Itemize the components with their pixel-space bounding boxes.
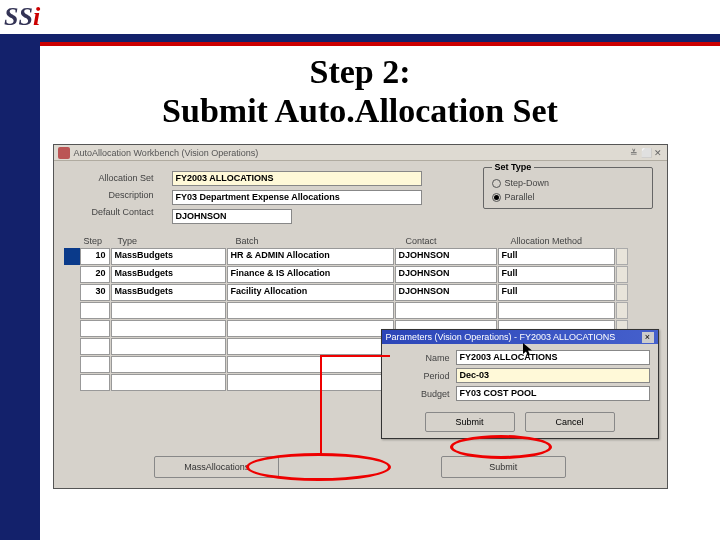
cell-type[interactable]: MassBudgets: [111, 284, 226, 301]
scrollbar[interactable]: [616, 266, 628, 283]
cell-step[interactable]: [80, 374, 110, 391]
label-default-contact: Default Contact: [64, 207, 154, 217]
default-contact-field[interactable]: DJOHNSON: [172, 209, 292, 224]
label-allocation-set: Allocation Set: [64, 173, 154, 183]
scrollbar[interactable]: [616, 248, 628, 265]
slide: SSi Step 2: Submit Auto.Allocation Set A…: [0, 0, 720, 540]
table-row[interactable]: 10MassBudgetsHR & ADMIN AllocationDJOHNS…: [64, 248, 657, 265]
cell-batch[interactable]: [227, 356, 394, 373]
modal-titlebar[interactable]: Parameters (Vision Operations) - FY2003 …: [382, 330, 658, 344]
radio-parallel[interactable]: Parallel: [492, 192, 644, 202]
table-row[interactable]: 30MassBudgetsFacility AllocationDJOHNSON…: [64, 284, 657, 301]
modal-submit-button[interactable]: Submit: [425, 412, 515, 432]
cell-batch[interactable]: HR & ADMIN Allocation: [227, 248, 394, 265]
budget-field[interactable]: FY03 COST POOL: [456, 386, 650, 401]
cell-step[interactable]: [80, 338, 110, 355]
cell-am[interactable]: Full: [498, 266, 615, 283]
row-selector[interactable]: [64, 266, 80, 283]
cell-batch[interactable]: [227, 320, 394, 337]
cell-batch[interactable]: Finance & IS Allocation: [227, 266, 394, 283]
cell-contact[interactable]: DJOHNSON: [395, 284, 497, 301]
cell-step[interactable]: 30: [80, 284, 110, 301]
radio-step-down[interactable]: Step-Down: [492, 178, 644, 188]
left-blue-band: [0, 36, 40, 540]
app-icon: [58, 147, 70, 159]
cell-batch[interactable]: [227, 338, 394, 355]
massallocations-button[interactable]: MassAllocations: [154, 456, 279, 478]
cell-am[interactable]: [498, 302, 615, 319]
row-selector[interactable]: [64, 248, 80, 265]
cell-type[interactable]: MassBudgets: [111, 266, 226, 283]
scrollbar[interactable]: [616, 284, 628, 301]
row-selector[interactable]: [64, 374, 80, 391]
description-field[interactable]: FY03 Department Expense Allocations: [172, 190, 422, 205]
cell-step[interactable]: 10: [80, 248, 110, 265]
cell-batch[interactable]: [227, 374, 394, 391]
page-title: Step 2: Submit Auto.Allocation Set: [0, 52, 720, 130]
cell-step[interactable]: [80, 302, 110, 319]
row-selector[interactable]: [64, 356, 80, 373]
cell-step[interactable]: 20: [80, 266, 110, 283]
slide-header: SSi: [0, 0, 720, 34]
cell-contact[interactable]: DJOHNSON: [395, 266, 497, 283]
cell-type[interactable]: MassBudgets: [111, 248, 226, 265]
cell-step[interactable]: [80, 320, 110, 337]
modal-title-text: Parameters (Vision Operations) - FY2003 …: [386, 332, 616, 342]
table-row[interactable]: [64, 302, 657, 319]
cell-type[interactable]: [111, 356, 226, 373]
window-controls[interactable]: ≚ ⬜ ✕: [630, 148, 662, 158]
scrollbar[interactable]: [616, 302, 628, 319]
radio-icon: [492, 179, 501, 188]
cell-type[interactable]: [111, 374, 226, 391]
cell-contact[interactable]: [395, 302, 497, 319]
row-selector[interactable]: [64, 338, 80, 355]
period-field[interactable]: Dec-03: [456, 368, 650, 383]
cell-contact[interactable]: DJOHNSON: [395, 248, 497, 265]
set-type-group: Set Type Step-Down Parallel: [483, 167, 653, 209]
blue-strip: [0, 34, 720, 42]
row-selector[interactable]: [64, 320, 80, 337]
ssi-logo: SSi: [0, 2, 40, 32]
grid-header: Step Type Batch Contact Allocation Metho…: [64, 236, 657, 248]
cell-batch[interactable]: [227, 302, 394, 319]
cell-batch[interactable]: Facility Allocation: [227, 284, 394, 301]
label-name: Name: [390, 353, 450, 363]
modal-cancel-button[interactable]: Cancel: [525, 412, 615, 432]
label-budget: Budget: [390, 389, 450, 399]
cell-type[interactable]: [111, 302, 226, 319]
label-period: Period: [390, 371, 450, 381]
close-icon[interactable]: ×: [642, 332, 654, 343]
set-type-legend: Set Type: [492, 162, 535, 172]
cell-am[interactable]: Full: [498, 284, 615, 301]
cell-type[interactable]: [111, 320, 226, 337]
cell-am[interactable]: Full: [498, 248, 615, 265]
row-selector[interactable]: [64, 284, 80, 301]
radio-icon: [492, 193, 501, 202]
label-description: Description: [64, 190, 154, 200]
table-row[interactable]: 20MassBudgetsFinance & IS AllocationDJOH…: [64, 266, 657, 283]
submit-button[interactable]: Submit: [441, 456, 566, 478]
button-row: MassAllocations Submit: [54, 456, 667, 478]
window-title-text: AutoAllocation Workbench (Vision Operati…: [74, 148, 259, 158]
name-field[interactable]: FY2003 ALLOCATIONS: [456, 350, 650, 365]
cell-step[interactable]: [80, 356, 110, 373]
window-titlebar: AutoAllocation Workbench (Vision Operati…: [54, 145, 667, 161]
cell-type[interactable]: [111, 338, 226, 355]
parameters-modal: Parameters (Vision Operations) - FY2003 …: [381, 329, 659, 439]
allocation-set-field[interactable]: FY2003 ALLOCATIONS: [172, 171, 422, 186]
red-line: [0, 42, 720, 46]
app-window: AutoAllocation Workbench (Vision Operati…: [53, 144, 668, 489]
row-selector[interactable]: [64, 302, 80, 319]
